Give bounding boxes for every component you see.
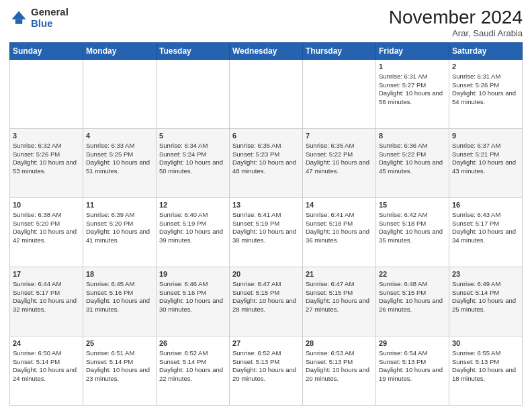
day-number: 23 xyxy=(452,269,519,279)
sunset-text: Sunset: 5:13 PM xyxy=(306,358,353,365)
calendar-header-wednesday: Wednesday xyxy=(230,43,303,60)
calendar-cell-5-1: 24Sunrise: 6:50 AMSunset: 5:14 PMDayligh… xyxy=(10,336,83,406)
sunrise-text: Sunrise: 6:49 AM xyxy=(452,280,500,287)
daylight-text: Daylight: 10 hours and 25 minutes. xyxy=(452,297,516,313)
daylight-text: Daylight: 10 hours and 28 minutes. xyxy=(232,297,296,313)
sunset-text: Sunset: 5:26 PM xyxy=(452,81,499,89)
sunrise-text: Sunrise: 6:36 AM xyxy=(379,142,427,149)
calendar-cell-4-1: 17Sunrise: 6:44 AMSunset: 5:17 PMDayligh… xyxy=(10,267,83,336)
day-number: 5 xyxy=(159,131,226,141)
sunset-text: Sunset: 5:15 PM xyxy=(379,289,426,296)
logo-general: General xyxy=(31,6,69,17)
calendar-cell-5-7: 30Sunrise: 6:55 AMSunset: 5:13 PMDayligh… xyxy=(449,336,523,406)
daylight-text: Daylight: 10 hours and 22 minutes. xyxy=(159,366,223,382)
day-number: 3 xyxy=(13,131,80,141)
daylight-text: Daylight: 10 hours and 18 minutes. xyxy=(452,366,516,382)
svg-rect-1 xyxy=(15,19,23,24)
daylight-text: Daylight: 10 hours and 20 minutes. xyxy=(232,366,296,382)
calendar-cell-3-2: 11Sunrise: 6:39 AMSunset: 5:20 PMDayligh… xyxy=(83,198,157,267)
calendar-cell-2-5: 7Sunrise: 6:35 AMSunset: 5:22 PMDaylight… xyxy=(303,129,376,198)
day-number: 26 xyxy=(159,338,226,349)
sunset-text: Sunset: 5:19 PM xyxy=(159,220,206,227)
day-number: 9 xyxy=(452,131,519,141)
calendar-week-4: 17Sunrise: 6:44 AMSunset: 5:17 PMDayligh… xyxy=(10,267,523,336)
sunrise-text: Sunrise: 6:51 AM xyxy=(86,349,134,357)
sunset-text: Sunset: 5:14 PM xyxy=(452,289,499,296)
calendar-cell-2-6: 8Sunrise: 6:36 AMSunset: 5:22 PMDaylight… xyxy=(376,129,449,198)
day-number: 24 xyxy=(13,338,80,349)
sunset-text: Sunset: 5:19 PM xyxy=(232,220,279,227)
day-number: 14 xyxy=(306,200,373,210)
sunset-text: Sunset: 5:27 PM xyxy=(379,81,426,89)
day-number: 25 xyxy=(86,338,153,349)
daylight-text: Daylight: 10 hours and 36 minutes. xyxy=(306,228,369,244)
sunrise-text: Sunrise: 6:47 AM xyxy=(306,280,354,287)
sunset-text: Sunset: 5:15 PM xyxy=(306,289,353,296)
day-number: 13 xyxy=(232,200,300,210)
sunset-text: Sunset: 5:14 PM xyxy=(159,358,206,365)
day-number: 8 xyxy=(379,131,446,141)
day-number: 6 xyxy=(232,131,300,141)
sunset-text: Sunset: 5:16 PM xyxy=(86,289,133,296)
calendar-cell-4-3: 19Sunrise: 6:46 AMSunset: 5:16 PMDayligh… xyxy=(157,267,230,336)
sunrise-text: Sunrise: 6:46 AM xyxy=(159,280,208,287)
logo-blue: Blue xyxy=(31,17,53,29)
calendar-cell-1-3 xyxy=(157,60,230,129)
calendar-cell-3-4: 13Sunrise: 6:41 AMSunset: 5:19 PMDayligh… xyxy=(230,198,303,267)
calendar-cell-5-5: 28Sunrise: 6:53 AMSunset: 5:13 PMDayligh… xyxy=(303,336,376,406)
sunset-text: Sunset: 5:20 PM xyxy=(86,220,133,227)
daylight-text: Daylight: 10 hours and 31 minutes. xyxy=(86,297,150,313)
sunset-text: Sunset: 5:15 PM xyxy=(232,289,279,296)
day-number: 1 xyxy=(379,62,446,72)
day-number: 30 xyxy=(452,338,519,349)
sunset-text: Sunset: 5:26 PM xyxy=(13,150,60,158)
day-number: 22 xyxy=(379,269,446,279)
calendar-header-sunday: Sunday xyxy=(10,43,83,60)
day-number: 2 xyxy=(452,62,519,72)
sunset-text: Sunset: 5:20 PM xyxy=(13,220,60,227)
daylight-text: Daylight: 10 hours and 50 minutes. xyxy=(159,158,223,175)
day-number: 27 xyxy=(232,338,300,349)
sunrise-text: Sunrise: 6:33 AM xyxy=(86,142,134,149)
daylight-text: Daylight: 10 hours and 48 minutes. xyxy=(232,158,296,175)
day-number: 16 xyxy=(452,200,519,210)
logo-text: General Blue xyxy=(31,7,69,29)
sunrise-text: Sunrise: 6:31 AM xyxy=(452,73,500,80)
daylight-text: Daylight: 10 hours and 35 minutes. xyxy=(379,228,443,244)
sunrise-text: Sunrise: 6:50 AM xyxy=(13,349,61,357)
sunrise-text: Sunrise: 6:34 AM xyxy=(159,142,208,149)
sunset-text: Sunset: 5:25 PM xyxy=(86,150,133,158)
sunset-text: Sunset: 5:17 PM xyxy=(13,289,60,296)
daylight-text: Daylight: 10 hours and 47 minutes. xyxy=(306,158,369,175)
logo-icon xyxy=(9,9,28,28)
sunrise-text: Sunrise: 6:31 AM xyxy=(379,73,427,80)
daylight-text: Daylight: 10 hours and 20 minutes. xyxy=(306,366,369,382)
sunrise-text: Sunrise: 6:42 AM xyxy=(379,211,427,218)
calendar-cell-4-4: 20Sunrise: 6:47 AMSunset: 5:15 PMDayligh… xyxy=(230,267,303,336)
calendar-header-friday: Friday xyxy=(376,43,449,60)
sunrise-text: Sunrise: 6:47 AM xyxy=(232,280,281,287)
sunset-text: Sunset: 5:18 PM xyxy=(306,220,353,227)
sunrise-text: Sunrise: 6:45 AM xyxy=(86,280,134,287)
calendar-cell-2-4: 6Sunrise: 6:35 AMSunset: 5:23 PMDaylight… xyxy=(230,129,303,198)
daylight-text: Daylight: 10 hours and 54 minutes. xyxy=(452,89,516,105)
calendar-cell-2-2: 4Sunrise: 6:33 AMSunset: 5:25 PMDaylight… xyxy=(83,129,157,198)
calendar-cell-5-2: 25Sunrise: 6:51 AMSunset: 5:14 PMDayligh… xyxy=(83,336,157,406)
day-number: 4 xyxy=(86,131,153,141)
sunrise-text: Sunrise: 6:53 AM xyxy=(306,349,354,357)
sunrise-text: Sunrise: 6:40 AM xyxy=(159,211,208,218)
calendar-cell-1-5 xyxy=(303,60,376,129)
calendar-cell-1-7: 2Sunrise: 6:31 AMSunset: 5:26 PMDaylight… xyxy=(449,60,523,129)
sunset-text: Sunset: 5:22 PM xyxy=(379,150,426,158)
sunset-text: Sunset: 5:23 PM xyxy=(232,150,279,158)
sunrise-text: Sunrise: 6:55 AM xyxy=(452,349,500,357)
calendar-cell-2-1: 3Sunrise: 6:32 AMSunset: 5:26 PMDaylight… xyxy=(10,129,83,198)
calendar-week-1: 1Sunrise: 6:31 AMSunset: 5:27 PMDaylight… xyxy=(10,60,523,129)
daylight-text: Daylight: 10 hours and 24 minutes. xyxy=(13,366,77,382)
calendar-cell-1-2 xyxy=(83,60,157,129)
sunrise-text: Sunrise: 6:38 AM xyxy=(13,211,61,218)
calendar-header-thursday: Thursday xyxy=(303,43,376,60)
daylight-text: Daylight: 10 hours and 39 minutes. xyxy=(159,228,223,244)
sunrise-text: Sunrise: 6:35 AM xyxy=(306,142,354,149)
daylight-text: Daylight: 10 hours and 45 minutes. xyxy=(379,158,443,175)
